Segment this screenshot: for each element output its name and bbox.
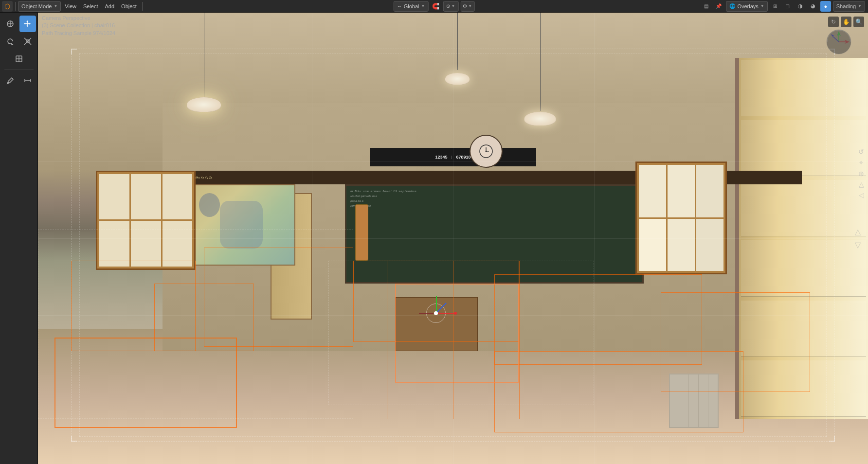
number-board: 12345 | 678910 — [370, 148, 536, 166]
move-tool[interactable] — [19, 16, 36, 32]
left-toolbar — [0, 13, 38, 464]
viewport-zoom-icon[interactable]: 🔍 — [853, 17, 864, 27]
bulletin-board-right — [635, 161, 727, 274]
rotate-tool[interactable] — [2, 33, 18, 50]
bulletin-board-left — [96, 171, 196, 270]
transform-orientation-dropdown[interactable]: ↔ Global ▼ — [394, 1, 429, 12]
snap-button[interactable]: 🧲 — [430, 1, 441, 12]
header-right-controls: ▤ 📌 🌐 Overlays ▼ ⊞ ◻ ◑ ◕ ● Shading ▼ — [701, 1, 865, 12]
window-bar — [741, 120, 866, 177]
top-bar: ⬡ Object Mode ▼ View Select Add Object ↔… — [0, 0, 868, 13]
shading-material[interactable]: ◕ — [808, 1, 818, 12]
viewport-side-nav: ↺ ⌖ ⊕ △ ◁ — [858, 148, 864, 199]
cursor-tools-row — [2, 16, 36, 32]
window-bar — [741, 360, 866, 417]
nav-angle-icon-1[interactable]: ↺ — [858, 148, 864, 156]
header-center-controls: ↔ Global ▼ 🧲 ⊙ ▼ ⚙ ▼ — [394, 1, 475, 12]
shading-dropdown[interactable]: Shading ▼ — [833, 1, 865, 12]
nav-angle-icon-2[interactable]: ⌖ — [858, 159, 864, 167]
chalkboard-text: m Mku une armes Jeudi 13 septembre un ch… — [350, 190, 638, 278]
map-hanging — [187, 184, 295, 266]
bulletin-paper — [163, 174, 193, 220]
window-bars — [739, 58, 868, 419]
object-mode-dropdown[interactable]: Object Mode ▼ — [18, 1, 61, 12]
separator-2 — [142, 2, 143, 11]
shading-rendered[interactable]: ● — [820, 1, 831, 12]
clock — [470, 135, 503, 168]
viewport-rotate-icon[interactable]: ↻ — [828, 17, 839, 27]
nav-angle-icon-4[interactable]: △ — [858, 180, 864, 188]
add-menu[interactable]: Add — [102, 1, 118, 12]
select-menu[interactable]: Select — [80, 1, 101, 12]
pendant-light-2 — [428, 13, 486, 85]
transform-tool[interactable] — [11, 51, 27, 67]
viewport-shading-extra[interactable]: 🌐 Overlays ▼ — [726, 1, 767, 12]
coathook-area — [345, 171, 378, 284]
proportional-dropdown[interactable]: ⊙ ▼ — [443, 1, 458, 12]
radiator — [669, 374, 719, 428]
teacher-desk — [395, 297, 478, 351]
toolbar-separator-1 — [4, 70, 34, 70]
annotate-tools-row — [2, 72, 36, 89]
bulletin-paper — [163, 221, 193, 267]
viewport-pan-icon[interactable]: ✋ — [841, 17, 851, 27]
engine-icon[interactable]: ⬡ — [2, 1, 13, 12]
bulletin-paper — [131, 174, 161, 220]
svg-point-16 — [486, 150, 487, 152]
view-menu[interactable]: View — [62, 1, 79, 12]
window-bar — [741, 180, 866, 236]
object-menu[interactable]: Object — [118, 1, 140, 12]
rotate-tools-row — [2, 33, 36, 50]
proportional-connected[interactable]: ⚙ ▼ — [460, 1, 474, 12]
window-bar — [741, 301, 866, 357]
viewport[interactable]: Camera Perspective (3) Scene Collection … — [38, 13, 868, 464]
pendant-light-1 — [171, 13, 237, 112]
editor-type-icon[interactable]: ▤ — [701, 1, 711, 12]
scale-tool[interactable] — [19, 33, 36, 50]
nav-angle-icon-3[interactable]: ⊕ — [858, 170, 864, 178]
chalkboard: m Mku une armes Jeudi 13 septembre un ch… — [345, 184, 644, 284]
window-bar — [741, 240, 866, 297]
transform-tools-row — [11, 51, 27, 67]
window-bar — [741, 60, 866, 116]
separator-1 — [15, 2, 16, 11]
pendant-light-3 — [511, 13, 569, 125]
viewport-nav-icons: ↻ ✋ 🔍 — [828, 17, 864, 27]
scene-icon[interactable]: ⊞ — [770, 1, 780, 12]
overlays-label: Overlays — [737, 3, 758, 9]
bulletin-papers — [99, 174, 192, 267]
classroom-render: 12345 | 678910 Aa Bb Cc Dd Ee Ff Gg Hh I… — [38, 13, 868, 464]
measure-tool[interactable] — [19, 72, 36, 89]
annotate-tool[interactable] — [2, 72, 18, 89]
cursor-tool[interactable] — [2, 16, 18, 32]
nav-angle-icon-5[interactable]: ◁ — [858, 191, 864, 199]
bulletin-paper — [131, 221, 161, 267]
shading-wireframe[interactable]: ◻ — [782, 1, 793, 12]
pin-icon[interactable]: 📌 — [713, 1, 724, 12]
windows-right — [735, 58, 868, 419]
bulletin-paper — [99, 221, 129, 267]
bulletin-paper — [99, 174, 129, 220]
shading-solid[interactable]: ◑ — [795, 1, 806, 12]
